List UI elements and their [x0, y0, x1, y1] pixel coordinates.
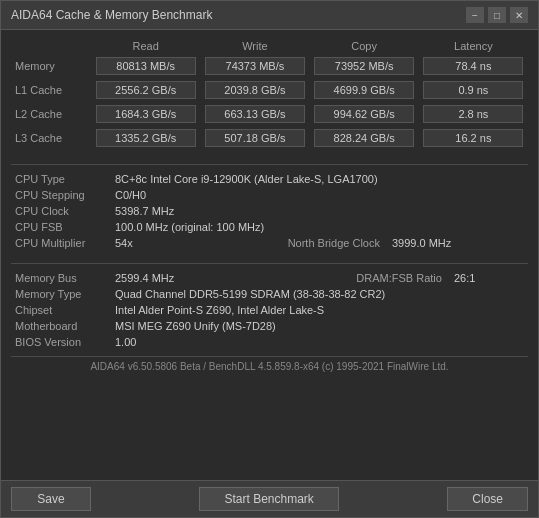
- chipset-value: Intel Alder Point-S Z690, Intel Alder La…: [111, 302, 528, 318]
- bench-row-copy: 828.24 GB/s: [310, 126, 419, 150]
- bench-row-read: 80813 MB/s: [91, 54, 200, 78]
- info-row-memory-bus: Memory Bus 2599.4 MHz DRAM:FSB Ratio 26:…: [11, 270, 528, 286]
- bench-row-copy: 73952 MB/s: [310, 54, 419, 78]
- bios-label: BIOS Version: [11, 334, 111, 350]
- section-divider-2: [11, 263, 528, 264]
- motherboard-value: MSI MEG Z690 Unify (MS-7D28): [111, 318, 528, 334]
- bench-row: L3 Cache 1335.2 GB/s 507.18 GB/s 828.24 …: [11, 126, 528, 150]
- col-copy-header: Copy: [310, 38, 419, 54]
- section-divider-1: [11, 164, 528, 165]
- dram-fsb-value: 26:1: [450, 270, 528, 286]
- bench-row-copy: 994.62 GB/s: [310, 102, 419, 126]
- col-latency-header: Latency: [419, 38, 528, 54]
- cpu-type-label: CPU Type: [11, 171, 111, 187]
- memory-bus-value: 2599.4 MHz: [111, 270, 191, 286]
- cpu-stepping-value: C0/H0: [111, 187, 528, 203]
- bench-row-latency: 16.2 ns: [419, 126, 528, 150]
- bench-row-write: 2039.8 GB/s: [200, 78, 309, 102]
- info-row-motherboard: Motherboard MSI MEG Z690 Unify (MS-7D28): [11, 318, 528, 334]
- maximize-button[interactable]: □: [488, 7, 506, 23]
- bottom-bar: Save Start Benchmark Close: [1, 480, 538, 517]
- info-row-bios: BIOS Version 1.00: [11, 334, 528, 350]
- info-row-cpu-fsb: CPU FSB 100.0 MHz (original: 100 MHz): [11, 219, 528, 235]
- col-write-header: Write: [200, 38, 309, 54]
- cpu-multiplier-label: CPU Multiplier: [11, 235, 111, 251]
- memory-type-value: Quad Channel DDR5-5199 SDRAM (38-38-38-8…: [111, 286, 528, 302]
- memory-type-label: Memory Type: [11, 286, 111, 302]
- dram-fsb-label: DRAM:FSB Ratio: [191, 270, 450, 286]
- bench-row: L2 Cache 1684.3 GB/s 663.13 GB/s 994.62 …: [11, 102, 528, 126]
- benchmark-table: Read Write Copy Latency Memory 80813 MB/…: [11, 38, 528, 150]
- info-row-cpu-type: CPU Type 8C+8c Intel Core i9-12900K (Ald…: [11, 171, 528, 187]
- bench-row-copy: 4699.9 GB/s: [310, 78, 419, 102]
- memory-info-table: Memory Bus 2599.4 MHz DRAM:FSB Ratio 26:…: [11, 270, 528, 350]
- close-button[interactable]: Close: [447, 487, 528, 511]
- bench-row: Memory 80813 MB/s 74373 MB/s 73952 MB/s …: [11, 54, 528, 78]
- info-row-cpu-stepping: CPU Stepping C0/H0: [11, 187, 528, 203]
- bench-row-write: 74373 MB/s: [200, 54, 309, 78]
- minimize-button[interactable]: −: [466, 7, 484, 23]
- cpu-stepping-label: CPU Stepping: [11, 187, 111, 203]
- info-row-cpu-clock: CPU Clock 5398.7 MHz: [11, 203, 528, 219]
- memory-bus-label: Memory Bus: [11, 270, 111, 286]
- cpu-clock-value: 5398.7 MHz: [111, 203, 528, 219]
- info-row-memory-type: Memory Type Quad Channel DDR5-5199 SDRAM…: [11, 286, 528, 302]
- cpu-info-table: CPU Type 8C+8c Intel Core i9-12900K (Ald…: [11, 171, 528, 251]
- bench-row-read: 1684.3 GB/s: [91, 102, 200, 126]
- bench-row-latency: 0.9 ns: [419, 78, 528, 102]
- bench-row-label: L2 Cache: [11, 102, 91, 126]
- north-bridge-value: 3999.0 MHz: [388, 235, 528, 251]
- cpu-clock-label: CPU Clock: [11, 203, 111, 219]
- start-benchmark-button[interactable]: Start Benchmark: [199, 487, 338, 511]
- col-label-header: [11, 38, 91, 54]
- bios-value: 1.00: [111, 334, 528, 350]
- main-content: Read Write Copy Latency Memory 80813 MB/…: [1, 30, 538, 480]
- bench-row-latency: 2.8 ns: [419, 102, 528, 126]
- bench-row-read: 2556.2 GB/s: [91, 78, 200, 102]
- bench-row: L1 Cache 2556.2 GB/s 2039.8 GB/s 4699.9 …: [11, 78, 528, 102]
- window-title: AIDA64 Cache & Memory Benchmark: [11, 8, 212, 22]
- main-window: AIDA64 Cache & Memory Benchmark − □ ✕ Re…: [0, 0, 539, 518]
- bench-row-label: L3 Cache: [11, 126, 91, 150]
- cpu-fsb-value: 100.0 MHz (original: 100 MHz): [111, 219, 528, 235]
- bench-row-write: 663.13 GB/s: [200, 102, 309, 126]
- cpu-type-value: 8C+8c Intel Core i9-12900K (Alder Lake-S…: [111, 171, 528, 187]
- cpu-fsb-label: CPU FSB: [11, 219, 111, 235]
- save-button[interactable]: Save: [11, 487, 91, 511]
- close-window-button[interactable]: ✕: [510, 7, 528, 23]
- bench-row-write: 507.18 GB/s: [200, 126, 309, 150]
- col-read-header: Read: [91, 38, 200, 54]
- north-bridge-label: North Bridge Clock: [171, 235, 388, 251]
- window-controls: − □ ✕: [466, 7, 528, 23]
- footer-note: AIDA64 v6.50.5806 Beta / BenchDLL 4.5.85…: [11, 356, 528, 374]
- bench-row-latency: 78.4 ns: [419, 54, 528, 78]
- title-bar: AIDA64 Cache & Memory Benchmark − □ ✕: [1, 1, 538, 30]
- bench-row-label: L1 Cache: [11, 78, 91, 102]
- info-row-cpu-multiplier: CPU Multiplier 54x North Bridge Clock 39…: [11, 235, 528, 251]
- cpu-multiplier-value: 54x: [111, 235, 171, 251]
- bench-row-label: Memory: [11, 54, 91, 78]
- chipset-label: Chipset: [11, 302, 111, 318]
- bench-row-read: 1335.2 GB/s: [91, 126, 200, 150]
- motherboard-label: Motherboard: [11, 318, 111, 334]
- info-row-chipset: Chipset Intel Alder Point-S Z690, Intel …: [11, 302, 528, 318]
